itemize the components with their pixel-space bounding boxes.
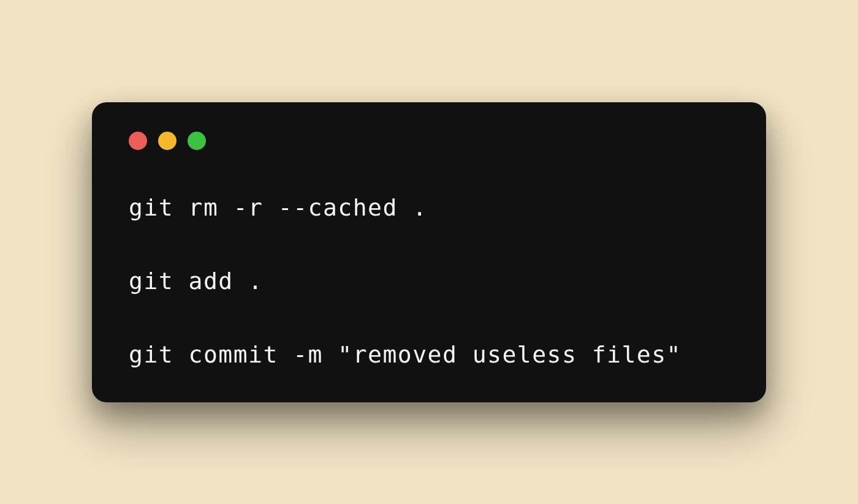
terminal-line: git add . — [129, 268, 732, 295]
terminal-line: git commit -m "removed useless files" — [129, 341, 732, 368]
close-icon[interactable] — [129, 132, 147, 150]
minimize-icon[interactable] — [158, 132, 177, 150]
terminal-window: git rm -r --cached . git add . git commi… — [92, 102, 766, 402]
maximize-icon[interactable] — [188, 132, 206, 150]
terminal-line: git rm -r --cached . — [129, 194, 732, 221]
terminal-content[interactable]: git rm -r --cached . git add . git commi… — [126, 194, 732, 368]
window-controls — [129, 132, 732, 150]
